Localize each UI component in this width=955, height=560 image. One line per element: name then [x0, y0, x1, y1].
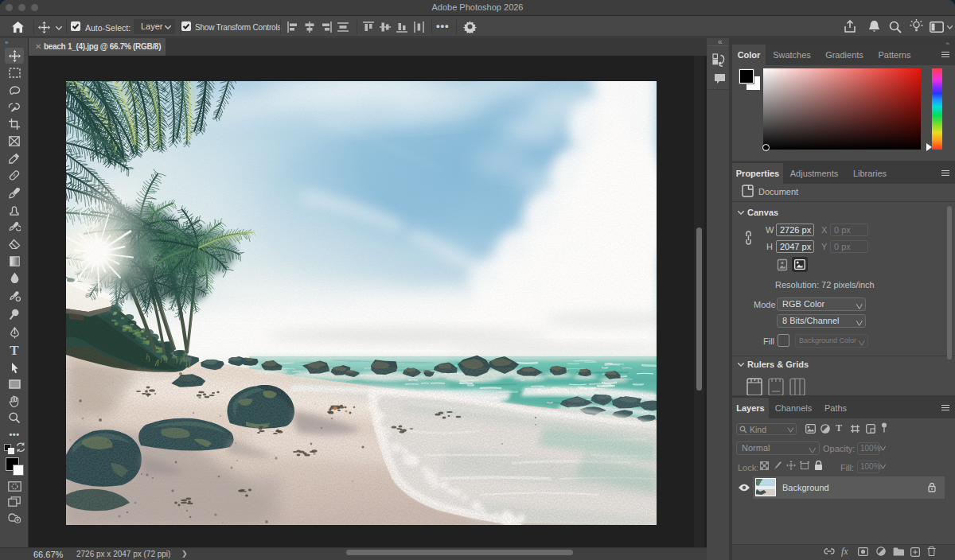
svg-text:T: T	[10, 344, 19, 356]
